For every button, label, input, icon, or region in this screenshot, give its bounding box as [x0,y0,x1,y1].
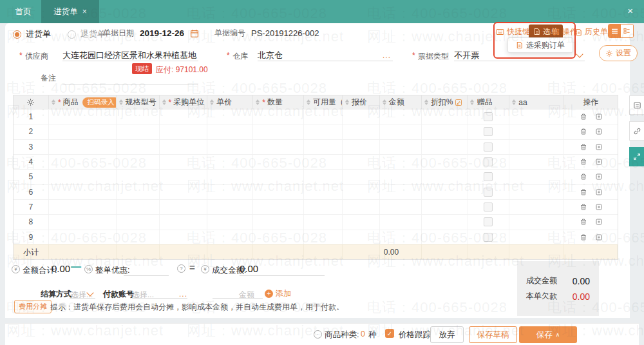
supplier-value[interactable]: 大连花园口经济区景和水果种植基地 [62,50,196,61]
pay-amount-placeholder[interactable]: 金额 [239,290,254,301]
unit-price-cell[interactable] [207,140,253,154]
pay-account-more-button[interactable]: ... [179,290,187,298]
available-cell[interactable] [304,140,343,154]
gift-checkbox[interactable] [484,127,493,136]
unit-price-cell[interactable] [207,200,253,214]
gift-checkbox[interactable] [484,233,493,242]
product-cell[interactable] [49,170,117,184]
amount-cell[interactable] [380,215,422,229]
scan-input-badge[interactable]: 扫码录入 [82,97,117,108]
gift-checkbox[interactable] [484,202,493,212]
discount-cell[interactable] [422,185,468,199]
settle-method-underline[interactable] [70,298,95,299]
unit-price-cell[interactable] [207,215,253,229]
column-header-amount[interactable]: 金额 [380,95,422,109]
available-cell[interactable] [304,124,343,139]
gift-checkbox[interactable] [484,172,493,181]
discount-cell[interactable] [422,200,468,214]
price-track-checkbox[interactable]: ✓ [385,329,394,338]
sort-arrows-icon[interactable] [162,99,166,105]
save-draft-button[interactable]: 保存草稿 [469,326,517,343]
available-cell[interactable] [304,215,343,229]
product-cell[interactable] [49,230,117,244]
gift-checkbox[interactable] [484,188,493,197]
quantity-cell[interactable] [253,185,304,199]
discount-cell[interactable] [422,110,468,124]
available-cell[interactable] [304,185,343,199]
quote-cell[interactable] [343,185,380,199]
quote-cell[interactable] [343,110,380,124]
sort-arrows-icon[interactable] [307,99,310,105]
column-header-quote[interactable]: 报价 [343,95,380,109]
delete-row-icon[interactable] [580,203,587,211]
select-purchase-order-menu-item[interactable]: 选采购订单 [507,37,573,53]
spec-model-cell[interactable] [117,200,160,214]
gift-checkbox[interactable] [484,157,493,166]
aa-cell[interactable] [509,215,564,229]
toolbar-shortcut-keys[interactable]: 快捷键 [496,26,530,37]
discount-cell[interactable] [422,170,468,184]
product-cell[interactable] [49,185,117,199]
discount-cell[interactable] [422,230,468,244]
column-header-purchase-unit[interactable]: *采购单位 [160,95,208,109]
column-header-gift[interactable]: 赠品 [468,95,509,109]
quantity-cell[interactable] [253,110,304,124]
product-cell[interactable] [49,155,117,169]
amount-cell[interactable] [380,230,422,244]
note-side-button[interactable] [629,95,644,115]
quantity-cell[interactable] [253,215,304,229]
page-close-icon[interactable]: × [627,6,633,15]
unit-price-cell[interactable] [207,170,253,184]
spec-model-cell[interactable] [117,140,160,154]
column-header-available[interactable]: 可用量（... [304,95,343,109]
quantity-cell[interactable] [253,124,304,139]
insert-row-icon[interactable] [595,113,603,121]
aa-cell[interactable] [509,110,564,124]
product-cell[interactable] [49,110,117,124]
gift-checkbox[interactable] [484,143,493,152]
quote-cell[interactable] [343,230,380,244]
bill-type-input-underline[interactable] [454,61,585,61]
insert-row-icon[interactable] [595,173,603,181]
column-header-unit-price[interactable]: 单价 [207,95,253,109]
available-cell[interactable] [304,155,343,169]
delete-row-icon[interactable] [580,233,587,241]
quote-cell[interactable] [343,155,380,169]
aa-cell[interactable] [509,230,564,244]
column-header-spec-model[interactable]: 规格型号 [117,95,160,109]
unit-price-cell[interactable] [207,110,253,124]
link-side-button[interactable] [629,121,644,141]
spec-model-cell[interactable] [117,170,160,184]
sort-arrows-icon[interactable] [345,99,349,105]
discount-cell[interactable] [422,140,468,154]
spec-model-cell[interactable] [117,185,160,199]
delete-row-icon[interactable] [580,143,587,151]
radio-purchase-order[interactable] [13,30,21,39]
tab-purchase-order[interactable]: 进货单 × [41,0,99,23]
aa-cell[interactable] [509,170,564,184]
discount-edit-icon[interactable] [455,99,462,106]
warehouse-value[interactable]: 北京仓 [258,50,283,61]
quote-cell[interactable] [343,215,380,229]
calendar-icon[interactable] [190,29,199,38]
purchase-unit-cell[interactable] [160,140,208,154]
aa-cell[interactable] [509,200,564,214]
sort-arrows-icon[interactable] [52,99,55,105]
product-cell[interactable] [49,215,117,229]
aa-cell[interactable] [509,140,564,154]
purchase-unit-cell[interactable] [160,185,208,199]
date-value[interactable]: 2019-12-26 [140,28,184,38]
product-cell[interactable] [49,124,117,139]
warehouse-more-button[interactable]: ... [383,52,391,59]
purchase-unit-cell[interactable] [160,215,208,229]
delete-row-icon[interactable] [580,173,587,181]
expand-side-button[interactable] [629,147,644,166]
quantity-cell[interactable] [253,155,304,169]
quantity-cell[interactable] [253,170,304,184]
detail-view-toggle[interactable] [621,25,633,37]
sort-arrows-icon[interactable] [470,99,474,105]
delete-row-icon[interactable] [580,158,587,166]
column-header-discount[interactable]: 折扣% [422,95,468,109]
pay-account-underline[interactable] [132,298,187,299]
amount-cell[interactable] [380,155,422,169]
